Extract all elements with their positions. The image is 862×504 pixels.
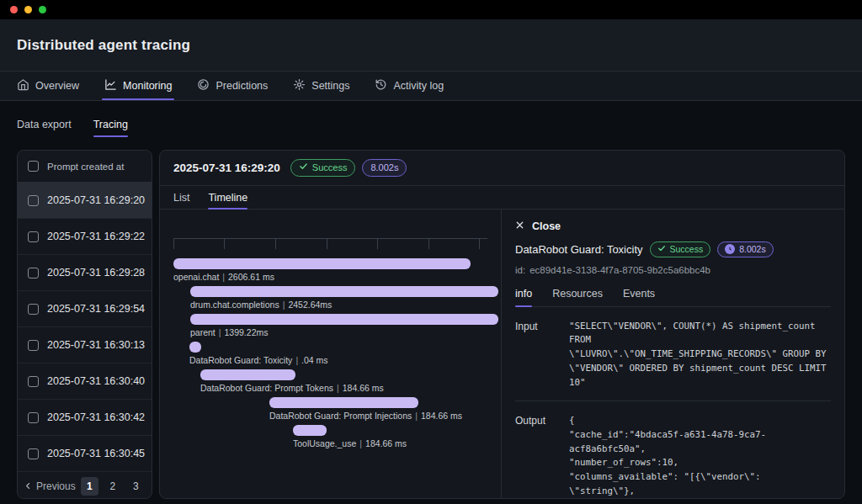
span-status-badge: Success — [650, 241, 711, 257]
span-duration-badge: 8.002s — [717, 241, 774, 257]
trace-timestamp: 2025-07-31 16:30:13 — [47, 339, 145, 351]
trace-timestamp: 2025-07-31 16:30:45 — [47, 448, 145, 459]
trace-timestamp: 2025-07-31 16:29:22 — [47, 231, 145, 242]
input-value: "SELECT\"VENDOR\", COUNT(*) AS shipment_… — [569, 320, 831, 390]
tab-data-export[interactable]: Data export — [17, 119, 72, 137]
row-checkbox[interactable] — [28, 195, 39, 206]
nav-item-label: Monitoring — [123, 80, 172, 92]
tab-tracing[interactable]: Tracing — [93, 119, 128, 137]
span-label: drum.chat.completions|2452.64ms — [190, 300, 487, 310]
chevron-left-icon — [24, 480, 32, 492]
nav-item-label: Predictions — [216, 80, 268, 92]
input-label: Input — [515, 320, 569, 390]
pagination: Previous 1 2 3 — [18, 472, 152, 499]
row-checkbox[interactable] — [28, 340, 39, 351]
main-nav: Overview Monitoring Predictions Settings… — [0, 72, 862, 101]
trace-row[interactable]: 2025-07-31 16:29:54 — [18, 291, 152, 327]
trace-row[interactable]: 2025-07-31 16:30:42 — [18, 400, 152, 436]
span-label: DataRobot Guard: Toxicity|.04 ms — [189, 355, 487, 365]
trace-row[interactable]: 2025-07-31 16:30:13 — [18, 327, 152, 363]
predictions-icon — [197, 78, 210, 93]
window-title-bar — [0, 0, 862, 19]
output-section: Output { "cache_id":"4bdaca5f-a631-4a78-… — [515, 401, 831, 499]
timeline-span: DataRobot Guard: Prompt Injections|184.6… — [173, 397, 487, 421]
span-label: parent|1399.22ms — [190, 327, 487, 337]
trace-row[interactable]: 2025-07-31 16:29:20 — [18, 183, 152, 219]
chart-line-icon — [104, 78, 117, 93]
span-id-row: id: ec89d41e-3138-4f7a-8705-9b2c5a6bbc4b — [515, 265, 831, 275]
nav-item-predictions[interactable]: Predictions — [197, 72, 268, 100]
trace-row[interactable]: 2025-07-31 16:30:45 — [18, 436, 152, 472]
timeline-span: openai.chat|2606.61 ms — [173, 258, 487, 282]
trace-timestamp: 2025-07-31 16:29:28 — [47, 267, 145, 279]
tab-resources[interactable]: Resources — [552, 288, 603, 306]
span-bar[interactable] — [269, 397, 418, 408]
timeline-span: drum.chat.completions|2452.64ms — [173, 286, 487, 310]
timeline-span: ToolUsage._use|184.66 ms — [173, 425, 487, 448]
span-bar[interactable] — [200, 369, 295, 380]
trace-timestamp: 2025-07-31 16:29:54 — [47, 303, 145, 315]
page-button-1[interactable]: 1 — [81, 477, 98, 496]
tab-events[interactable]: Events — [623, 288, 655, 306]
nav-item-settings[interactable]: Settings — [293, 72, 349, 100]
page-button-3[interactable]: 3 — [127, 477, 145, 496]
input-section: Input "SELECT\"VENDOR\", COUNT(*) AS shi… — [515, 307, 831, 401]
check-icon — [299, 162, 308, 173]
span-bar[interactable] — [293, 425, 327, 436]
trace-timestamp: 2025-07-31 16:29:20 — [47, 194, 145, 206]
tab-list[interactable]: List — [173, 192, 189, 209]
window-maximize-button[interactable] — [39, 6, 46, 13]
nav-item-activity-log[interactable]: Activity log — [375, 72, 444, 100]
row-checkbox[interactable] — [28, 304, 39, 315]
span-title-row: DataRobot Guard: Toxicity Success 8.002s — [515, 241, 831, 257]
window-minimize-button[interactable] — [24, 6, 32, 13]
span-bar[interactable] — [173, 258, 471, 269]
span-bar[interactable] — [189, 342, 201, 353]
select-all-checkbox[interactable] — [28, 161, 39, 172]
page-button-2[interactable]: 2 — [104, 477, 121, 496]
trace-detail-panel: 2025-07-31 16:29:20 Success 8.002s List … — [159, 150, 845, 499]
tab-timeline[interactable]: Timeline — [208, 192, 247, 209]
trace-view-tabs: List Timeline — [160, 186, 844, 210]
nav-item-overview[interactable]: Overview — [17, 72, 79, 100]
trace-row[interactable]: 2025-07-31 16:29:22 — [18, 219, 152, 255]
span-bar[interactable] — [190, 314, 498, 325]
close-icon — [515, 220, 524, 232]
home-icon — [17, 78, 29, 93]
gear-icon — [293, 78, 306, 93]
span-label: DataRobot Guard: Prompt Tokens|184.66 ms — [200, 383, 487, 393]
trace-list-panel: Prompt created at 2025-07-31 16:29:20 20… — [17, 150, 152, 499]
close-details-button[interactable]: Close — [515, 220, 561, 232]
window-close-button[interactable] — [10, 6, 18, 13]
nav-item-monitoring[interactable]: Monitoring — [104, 72, 172, 100]
span-details-pane: Close DataRobot Guard: Toxicity Success … — [501, 210, 844, 498]
tab-info[interactable]: info — [515, 288, 532, 306]
span-bar[interactable] — [190, 286, 498, 297]
trace-row[interactable]: 2025-07-31 16:30:40 — [18, 363, 152, 400]
nav-item-label: Overview — [35, 80, 79, 92]
output-value: { "cache_id":"4bdaca5f-a631-4a78-9ca7- a… — [569, 414, 831, 499]
row-checkbox[interactable] — [28, 231, 39, 242]
trace-timestamp: 2025-07-31 16:30:42 — [47, 411, 145, 423]
status-badge: Success — [290, 159, 356, 177]
page-title: Distributed agent tracing — [17, 37, 190, 54]
timeline-span: parent|1399.22ms — [173, 314, 487, 337]
trace-timestamp: 2025-07-31 16:30:40 — [47, 375, 145, 387]
trace-list-header: Prompt created at — [18, 151, 152, 183]
history-icon — [375, 78, 387, 93]
span-label: ToolUsage._use|184.66 ms — [293, 438, 487, 448]
trace-row[interactable]: 2025-07-31 16:29:28 — [18, 255, 152, 291]
check-icon — [657, 244, 666, 255]
span-details-tabs: info Resources Events — [515, 288, 831, 307]
row-checkbox[interactable] — [28, 448, 39, 459]
previous-page-button[interactable]: Previous — [24, 480, 76, 492]
span-id-value: ec89d41e-3138-4f7a-8705-9b2c5a6bbc4b — [529, 265, 710, 275]
sub-tabs: Data export Tracing — [0, 101, 862, 137]
row-checkbox[interactable] — [28, 412, 39, 423]
timeline-span: DataRobot Guard: Toxicity|.04 ms — [173, 342, 487, 365]
span-title: DataRobot Guard: Toxicity — [515, 243, 643, 256]
row-checkbox[interactable] — [28, 376, 39, 387]
duration-badge: 8.002s — [362, 159, 407, 176]
timeline-span: DataRobot Guard: Prompt Tokens|184.66 ms — [173, 369, 487, 393]
row-checkbox[interactable] — [28, 268, 39, 279]
